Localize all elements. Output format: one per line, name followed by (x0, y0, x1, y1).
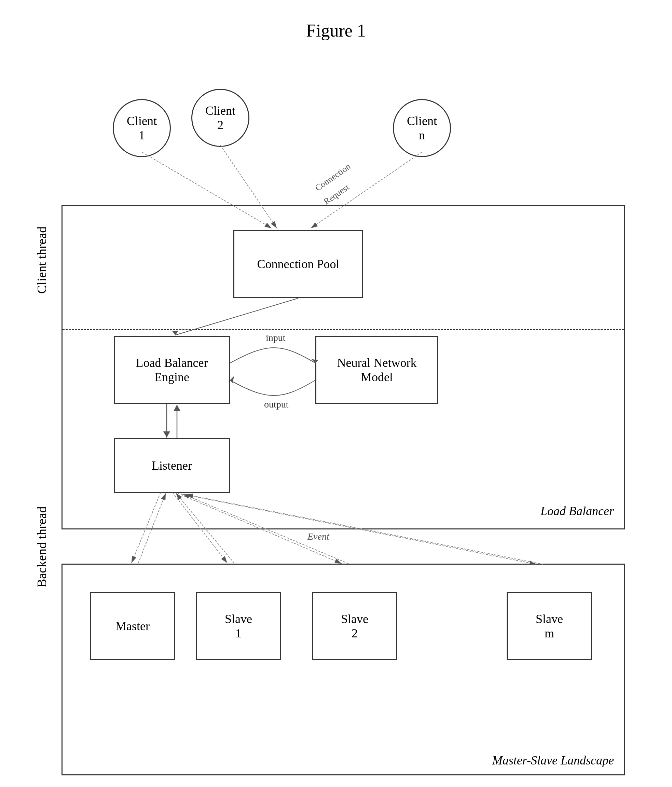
slave1-box: Slave 1 (196, 592, 281, 660)
master-slave-label: Master-Slave Landscape (492, 753, 614, 768)
master-box: Master (90, 592, 175, 660)
client-1-circle: Client 1 (113, 99, 171, 157)
master-slave-box: Master Slave 1 Slave 2 Slave m Master-Sl… (62, 564, 625, 775)
svg-marker-9 (174, 405, 180, 411)
svg-marker-1 (172, 331, 179, 335)
listener-box: Listener (114, 438, 230, 493)
svg-marker-7 (163, 431, 170, 438)
lbe-box: Load Balancer Engine (114, 336, 230, 404)
client-n-circle: Client n (393, 99, 451, 157)
svg-text:Event: Event (307, 531, 330, 542)
backend-thread-label: Backend thread (34, 321, 49, 588)
svg-text:Request: Request (322, 182, 351, 207)
svg-marker-4 (230, 376, 234, 383)
load-balancer-box: Connection Pool Load Balancer Engine Neu… (62, 205, 625, 529)
figure-title: Figure 1 (0, 21, 672, 41)
slavem-box: Slave m (507, 592, 592, 660)
slave2-box: Slave 2 (312, 592, 397, 660)
svg-text:output: output (264, 399, 289, 409)
svg-text:Connection: Connection (313, 161, 353, 193)
nnm-box: Neural Network Model (315, 336, 438, 404)
dashed-divider (63, 329, 624, 330)
connection-pool-box: Connection Pool (233, 230, 363, 298)
svg-text:input: input (266, 332, 286, 343)
client-2-circle: Client 2 (191, 89, 250, 147)
load-balancer-label: Load Balancer (541, 504, 614, 518)
client-thread-label: Client thread (34, 150, 49, 294)
